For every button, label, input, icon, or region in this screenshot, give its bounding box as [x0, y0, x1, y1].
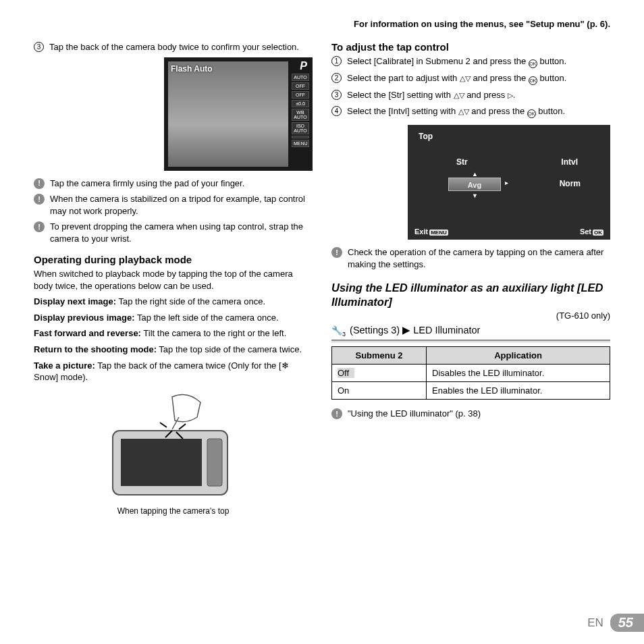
- svg-rect-1: [121, 439, 202, 486]
- note-text: Tap the camera firmly using the pad of y…: [50, 178, 313, 190]
- op-prev: Display previous image: Tap the left sid…: [34, 312, 313, 324]
- caution-icon: !: [34, 194, 45, 205]
- step-number-icon: 1: [331, 56, 342, 66]
- menu-breadcrumb: 🔧3 (Settings 3) ▶ LED Illuminator: [331, 325, 610, 342]
- step-text: Select the [Intvl] setting with △▽ and p…: [347, 105, 610, 118]
- ok-button-icon: OK: [529, 59, 537, 68]
- caution-icon: !: [34, 221, 45, 232]
- lcd-chip: [292, 136, 309, 138]
- step-number-icon: 3: [34, 42, 44, 52]
- settings-norm-label: Norm: [560, 179, 581, 188]
- lcd-side-icons: AUTO OFF OFF ±0.0 WB AUTO ISO AUTO MENU: [291, 74, 310, 147]
- settings-str-label: Str: [456, 157, 468, 167]
- down-arrow-icon: ▼: [472, 192, 478, 199]
- breadcrumb-item: LED Illuminator: [413, 325, 480, 336]
- up-down-arrow-icon: △▽: [460, 74, 471, 82]
- wrench-icon: 🔧3: [331, 325, 346, 338]
- breadcrumb-settings: (Settings 3): [350, 325, 400, 336]
- ok-button-icon: OK: [529, 76, 537, 85]
- note-check: ! Check the operation of the camera by t…: [331, 246, 610, 270]
- table-cell: Enables the LED illuminator.: [427, 382, 610, 400]
- step-4: 4 Select the [Intvl] setting with △▽ and…: [331, 105, 610, 118]
- op-take: Take a picture: Tap the back of the came…: [34, 360, 313, 383]
- lcd-chip: WB AUTO: [292, 109, 309, 121]
- lcd-mode-indicator: P: [300, 60, 307, 72]
- camera-lcd-screenshot: P Flash Auto AUTO OFF OFF ±0.0 WB AUTO I…: [164, 57, 313, 171]
- table-row: On Enables the LED illuminator.: [332, 382, 610, 400]
- step-1: 1 Select [Calibrate] in Submenu 2 and pr…: [331, 55, 610, 68]
- ok-button-icon: OK: [527, 109, 536, 118]
- op-label: Display previous image:: [34, 313, 135, 323]
- table-header: Application: [427, 347, 610, 365]
- caution-icon: !: [34, 178, 45, 189]
- lcd-chip: ISO AUTO: [292, 122, 309, 134]
- right-arrow-icon: ▸: [505, 179, 508, 186]
- settings-avg-selector: Avg: [448, 178, 501, 191]
- note-ref: ! "Using the LED illuminator" (p. 38): [331, 408, 610, 420]
- header-reference: For information on using the menus, see …: [34, 19, 610, 29]
- step-text: Tap the back of the camera body twice to…: [49, 41, 313, 53]
- op-next: Display next image: Tap the right side o…: [34, 296, 313, 308]
- step-text: Select the part to adjust with △▽ and pr…: [347, 72, 610, 85]
- step-3: 3 Tap the back of the camera body twice …: [34, 41, 313, 53]
- playback-intro: When switched to playback mode by tappin…: [34, 268, 313, 292]
- led-table: Submenu 2 Application Off Disables the L…: [331, 346, 610, 400]
- table-header-row: Submenu 2 Application: [332, 347, 610, 365]
- lcd-chip: OFF: [292, 91, 309, 99]
- ok-badge-icon: OK: [593, 230, 603, 236]
- svg-line-6: [179, 424, 186, 429]
- snow-icon: ❄: [281, 360, 289, 371]
- op-label: Return to the shooting mode:: [34, 344, 157, 354]
- note-text: Check the operation of the camera by tap…: [348, 246, 610, 270]
- op-return: Return to the shooting mode: Tap the top…: [34, 344, 313, 356]
- off-highlight: Off: [338, 368, 354, 378]
- op-suffix: Snow] mode).: [34, 372, 88, 382]
- table-header: Submenu 2: [332, 347, 427, 365]
- settings-set-label: SetOK: [580, 227, 603, 236]
- illustration-caption: When tapping the camera's top: [34, 506, 313, 516]
- up-down-arrow-icon: △▽: [454, 91, 464, 99]
- settings-exit-label: ExitMENU: [414, 227, 448, 236]
- op-ffrw: Fast forward and reverse: Tilt the camer…: [34, 327, 313, 340]
- note-item: ! When the camera is stabilized on a tri…: [34, 193, 313, 217]
- caution-icon: !: [331, 408, 342, 419]
- settings-intvl-label: Intvl: [561, 157, 578, 167]
- menu-badge-icon: MENU: [429, 230, 448, 236]
- footer-page-number: 55: [610, 614, 644, 632]
- settings-screenshot: Top Str Intvl ▲ Avg ▼ ▸ Norm ExitMENU Se…: [408, 125, 610, 240]
- op-label: Fast forward and reverse:: [34, 328, 141, 338]
- heading-led: Using the LED illuminator as an auxiliar…: [331, 281, 610, 308]
- op-text: Tap the right side of the camera once.: [116, 296, 265, 306]
- op-label: Display next image:: [34, 296, 116, 306]
- step-number-icon: 4: [331, 106, 342, 116]
- left-column: 3 Tap the back of the camera body twice …: [34, 41, 313, 517]
- svg-line-4: [160, 423, 167, 427]
- model-note: (TG-610 only): [331, 311, 610, 321]
- op-text: Tap the left side of the camera once.: [135, 313, 279, 323]
- op-text: Tap the top side of the camera twice.: [157, 344, 302, 354]
- up-arrow-icon: ▲: [472, 171, 478, 178]
- up-down-arrow-icon: △▽: [458, 107, 469, 115]
- step-text: Select [Calibrate] in Submenu 2 and pres…: [347, 55, 610, 68]
- camera-tap-illustration: [92, 390, 254, 505]
- note-text: "Using the LED illuminator" (p. 38): [348, 408, 610, 420]
- lcd-photo-area: [168, 61, 288, 167]
- step-text: Select the [Str] setting with △▽ and pre…: [347, 89, 610, 101]
- lcd-chip: ±0.0: [292, 100, 309, 107]
- right-column: To adjust the tap control 1 Select [Cali…: [331, 41, 610, 517]
- right-arrow-icon: ▷: [508, 91, 513, 99]
- table-cell: Off: [332, 365, 427, 382]
- op-label: Take a picture:: [34, 360, 95, 371]
- lcd-chip: MENU: [292, 140, 309, 147]
- step-3r: 3 Select the [Str] setting with △▽ and p…: [331, 89, 610, 101]
- step-number-icon: 2: [331, 73, 342, 83]
- lcd-chip: AUTO: [292, 74, 309, 81]
- lcd-flash-label: Flash Auto: [171, 64, 213, 74]
- page-footer: EN 55: [587, 614, 644, 632]
- table-cell: On: [332, 382, 427, 400]
- op-text: Tap the back of the camera twice (Only f…: [95, 360, 281, 371]
- note-text: To prevent dropping the camera when usin…: [50, 221, 313, 244]
- table-row: Off Disables the LED illuminator.: [332, 365, 610, 382]
- op-text: Tilt the camera to the right or the left…: [141, 328, 286, 338]
- note-item: ! Tap the camera firmly using the pad of…: [34, 178, 313, 190]
